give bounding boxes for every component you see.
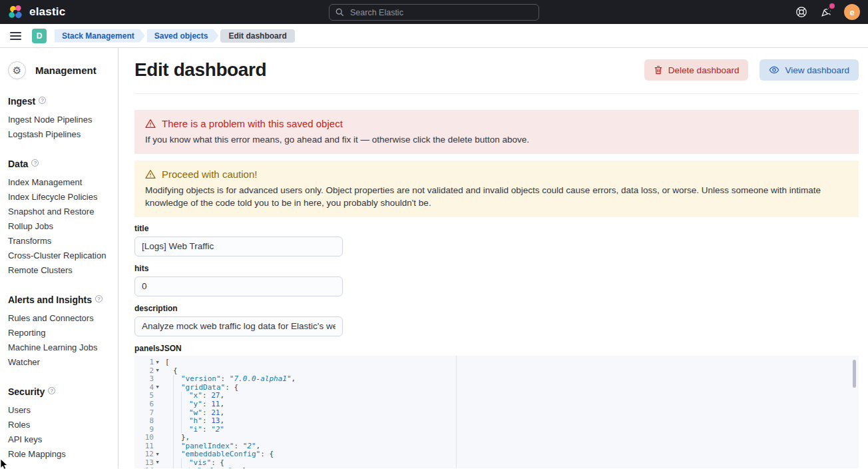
token: , [220,391,224,400]
newsfeed-button[interactable] [819,5,833,19]
sidebar-item-api-keys[interactable]: API keys [8,432,112,447]
line-gutter: 5 [134,391,161,400]
search-input[interactable] [349,7,533,18]
indent-guide [181,392,189,400]
section-help-icon[interactable]: ? [39,97,46,104]
user-avatar[interactable]: e [844,4,860,20]
sidebar-item-users[interactable]: Users [8,403,112,418]
description-label: description [134,304,343,313]
sidebar-section-title: Alerts and Insights? [8,294,112,305]
line-number: 14 [145,466,154,468]
fold-arrow-icon[interactable]: ▼ [154,460,161,465]
help-menu-button[interactable] [795,5,808,19]
indent-guide [173,400,181,408]
sidebar-item-logstash-pipelines[interactable]: Logstash Pipelines [8,127,112,142]
code-line: 13▼"vis": { [134,458,859,467]
section-help-icon[interactable]: ? [48,387,55,394]
description-input[interactable] [134,316,343,336]
sidebar-item-rollup-jobs[interactable]: Rollup Jobs [8,219,112,234]
token: "panelIndex" [181,442,234,450]
token: [ [165,358,170,366]
token: "2" [211,425,224,434]
hits-field-group: hits [134,264,343,296]
line-gutter: 1▼ [134,358,161,366]
line-number: 3 [149,374,154,383]
code-line: 14▼"colors": { [134,467,859,468]
sidebar-item-snapshot-and-restore[interactable]: Snapshot and Restore [8,205,112,219]
line-gutter: 3 [134,374,161,383]
indent-guide [173,467,181,468]
sidebar-item-transforms[interactable]: Transforms [8,234,112,248]
token: : { [232,466,246,468]
token: : [202,425,211,434]
notification-dot [829,3,835,9]
editor-scrollbar[interactable] [853,360,856,388]
token: "7.0.0-alpha1" [230,374,292,383]
breadcrumb-item-stack-management[interactable]: Stack Management [55,29,145,43]
menu-toggle-button[interactable] [6,26,26,46]
elastic-home-link[interactable]: elastic [8,5,65,20]
indent-space [165,408,173,417]
code-editor[interactable]: 1▼[2▼{3"version": "7.0.0-alpha1",4▼"grid… [134,356,859,469]
indent-space [165,392,173,400]
line-gutter: 4▼ [134,383,161,392]
sidebar-item-roles[interactable]: Roles [8,418,112,432]
fold-arrow-icon[interactable]: ▼ [154,384,161,390]
elastic-logo-icon [8,5,23,20]
code-text: "embeddableConfig": { [161,450,274,459]
delete-dashboard-button[interactable]: Delete dashboard [644,59,749,81]
line-gutter: 12▼ [134,450,161,458]
sidebar-item-role-mappings[interactable]: Role Mappings [8,447,112,462]
sidebar-item-rules-and-connectors[interactable]: Rules and Connectors [8,311,112,326]
fold-arrow-icon[interactable]: ▼ [154,452,161,457]
indent-guide [181,425,189,434]
global-search[interactable] [329,4,539,21]
line-number: 8 [149,416,154,425]
eye-icon [769,65,779,75]
line-gutter: 14▼ [134,466,161,468]
indent-guide [173,450,181,459]
indent-guide [173,425,181,434]
sidebar-item-index-lifecycle-policies[interactable]: Index Lifecycle Policies [8,190,112,205]
token: }, [181,433,190,442]
sidebar-section-label: Alerts and Insights [8,294,92,305]
sidebar-item-ingest-node-pipelines[interactable]: Ingest Node Pipelines [8,113,112,127]
token: : { [225,383,238,392]
indent-space [165,467,173,468]
view-dashboard-button[interactable]: View dashboard [760,59,859,81]
edit-saved-object-panel: Edit dashboard Delete dashboard [118,48,868,468]
sidebar-item-cross-cluster-replication[interactable]: Cross-Cluster Replication [8,248,112,263]
sidebar-item-remote-clusters[interactable]: Remote Clusters [8,263,112,278]
title-input[interactable] [134,236,343,256]
token: "version" [181,374,221,383]
hits-input[interactable] [134,276,343,296]
fold-arrow-icon[interactable]: ▼ [154,368,161,373]
sidebar-item-index-management[interactable]: Index Management [8,175,112,190]
code-text: [ [161,358,170,367]
section-help-icon[interactable]: ? [95,295,103,302]
line-gutter: 6 [134,400,161,408]
code-text: "version": "7.0.0-alpha1", [161,375,296,384]
brand-name: elastic [29,5,65,19]
token: : [221,374,230,383]
caution-callout-title: Proceed with caution! [162,168,257,181]
section-help-icon[interactable]: ? [31,159,39,167]
fold-arrow-icon[interactable]: ▼ [154,360,161,365]
error-callout-title: There is a problem with this saved objec… [162,117,343,130]
token: 27 [211,391,220,400]
token: : { [211,458,224,467]
sidebar-item-machine-learning-jobs[interactable]: Machine Learning Jobs [8,340,112,355]
indent-guide [173,433,181,442]
code-text: "h": 13, [161,416,224,425]
line-gutter: 11 [134,442,161,450]
indent-guide [181,408,189,417]
sidebar-item-reporting[interactable]: Reporting [8,326,112,340]
line-number: 13 [145,458,154,467]
line-number: 6 [149,400,154,408]
title-label: title [134,224,343,233]
code-line: 1▼[ [134,358,859,367]
error-callout-body: If you know what this error means, go ah… [145,133,848,147]
sidebar-item-watcher[interactable]: Watcher [8,355,112,370]
breadcrumb-item-saved-objects[interactable]: Saved objects [147,29,219,43]
indent-space [165,442,173,450]
